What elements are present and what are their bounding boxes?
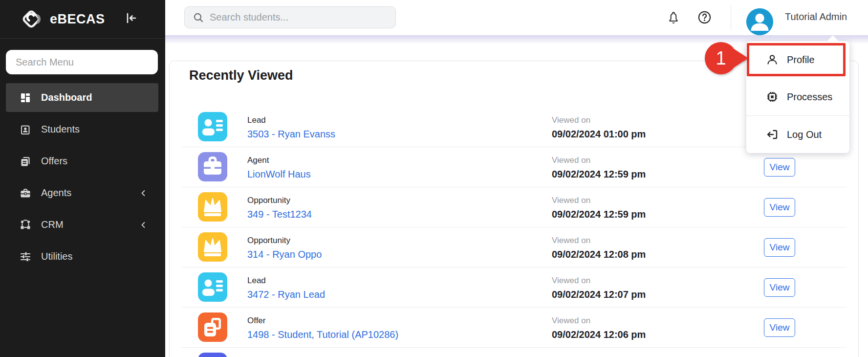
- viewed-date: 09/02/2024 12:07 pm: [552, 289, 646, 300]
- item-type: Agent: [247, 155, 311, 166]
- viewed-date: 09/02/2024 12:06 pm: [552, 329, 646, 340]
- sidebar-item-label: Offers: [41, 156, 67, 167]
- viewed-date: 09/02/2024 12:08 pm: [552, 248, 646, 260]
- user-avatar-icon[interactable]: [746, 8, 773, 35]
- sidebar-item-dashboard[interactable]: Dashboard: [6, 83, 158, 112]
- processes-chip-icon: [766, 90, 779, 103]
- offers-documents-icon: [20, 156, 31, 167]
- viewed-date: 09/02/2024 01:00 pm: [552, 128, 646, 140]
- menu-item-processes[interactable]: Processes: [746, 78, 849, 115]
- chevron-left-icon: [140, 190, 147, 197]
- menu-item-logout[interactable]: Log Out: [746, 116, 849, 153]
- chevron-left-icon: [140, 222, 147, 228]
- sidebar-header: eBECAS: [0, 0, 165, 39]
- view-button[interactable]: View: [764, 278, 795, 297]
- menu-item-label: Log Out: [787, 129, 822, 140]
- menu-item-label: Processes: [787, 91, 832, 103]
- agent-briefcase-icon: [198, 152, 227, 181]
- list-item: Opportunity 314 - Ryan Oppo Viewed on 09…: [170, 232, 858, 272]
- viewed-date: 09/02/2024 12:59 pm: [552, 208, 646, 220]
- menu-item-profile[interactable]: Profile: [746, 41, 849, 78]
- sidebar-search-input[interactable]: [6, 50, 158, 74]
- student-search: [184, 6, 396, 28]
- sidebar-search: [6, 50, 158, 74]
- item-type: Opportunity: [247, 195, 312, 206]
- menu-item-label: Profile: [787, 54, 815, 66]
- sidebar-item-label: Dashboard: [41, 92, 92, 103]
- dashboard-icon: [20, 92, 31, 104]
- view-button[interactable]: View: [764, 318, 795, 337]
- ebecas-diamond-logo-icon: [19, 6, 44, 32]
- sidebar-item-label: CRM: [41, 219, 64, 230]
- offer-documents-icon: [198, 312, 227, 342]
- sidebar-item-students[interactable]: Students: [6, 115, 158, 144]
- list-item: Agent LionWolf Haus Viewed on 09/02/2024…: [170, 152, 858, 192]
- topbar-divider: [731, 5, 731, 30]
- sidebar-item-label: Utilities: [41, 251, 72, 262]
- collapse-sidebar-icon[interactable]: [124, 11, 138, 25]
- sidebar-item-label: Agents: [41, 187, 71, 199]
- search-magnifier-icon: [193, 12, 204, 23]
- viewed-on-label: Viewed on: [552, 155, 646, 166]
- viewed-date: 09/02/2024 12:59 pm: [552, 168, 646, 180]
- annotation-step-balloon: 1: [704, 42, 749, 75]
- sidebar-item-crm[interactable]: CRM: [6, 210, 158, 239]
- lead-contact-icon: [198, 272, 227, 302]
- item-type: Lead: [247, 275, 325, 286]
- app-root: eBECAS Dashboard: [0, 0, 868, 357]
- item-link[interactable]: 1498 - Student, Tutorial (AP10286): [247, 329, 398, 340]
- viewed-on-label: Viewed on: [552, 115, 646, 126]
- sidebar-item-utilities[interactable]: Utilities: [6, 242, 158, 271]
- agents-briefcase-icon: [20, 187, 31, 199]
- user-name[interactable]: Tutorial Admin: [785, 11, 847, 22]
- opportunity-crown-icon: [198, 232, 227, 262]
- student-search-input[interactable]: [210, 12, 389, 23]
- item-link[interactable]: LionWolf Haus: [247, 168, 311, 180]
- sidebar-item-agents[interactable]: Agents: [6, 178, 158, 207]
- item-link[interactable]: 314 - Ryan Oppo: [247, 248, 322, 260]
- brand-title: eBECAS: [50, 12, 105, 27]
- viewed-on-label: Viewed on: [552, 235, 646, 246]
- sidebar: eBECAS Dashboard: [0, 0, 165, 357]
- topbar: Tutorial Admin: [165, 0, 868, 35]
- help-question-icon[interactable]: [697, 10, 712, 24]
- sidebar-nav: Dashboard Students Offers: [0, 83, 165, 271]
- lead-contact-icon: [198, 112, 227, 141]
- list-item-truncated: [170, 353, 858, 357]
- user-dropdown-menu: Profile Processes Log Out: [746, 41, 849, 153]
- crm-hub-icon: [20, 219, 31, 231]
- view-button[interactable]: View: [764, 238, 795, 257]
- viewed-on-label: Viewed on: [552, 315, 646, 326]
- item-link[interactable]: 349 - Test1234: [247, 208, 312, 220]
- item-type: Lead: [247, 115, 335, 126]
- profile-person-icon: [766, 53, 779, 66]
- truncated-row-icon: [198, 353, 227, 357]
- logout-exit-icon: [766, 128, 779, 141]
- sidebar-item-offers[interactable]: Offers: [6, 147, 158, 176]
- students-badge-icon: [20, 124, 31, 135]
- item-type: Opportunity: [247, 235, 322, 246]
- opportunity-crown-icon: [198, 192, 227, 222]
- viewed-on-label: Viewed on: [552, 195, 646, 206]
- annotation-step-number: 1: [716, 48, 726, 68]
- item-link[interactable]: 3472 - Ryan Lead: [247, 289, 325, 300]
- list-item: Opportunity 349 - Test1234 Viewed on 09/…: [170, 192, 858, 232]
- utilities-sliders-icon: [20, 251, 31, 263]
- view-button[interactable]: View: [764, 198, 795, 217]
- view-button[interactable]: View: [764, 158, 795, 177]
- list-item: Lead 3472 - Ryan Lead Viewed on 09/02/20…: [170, 272, 858, 312]
- sidebar-item-label: Students: [41, 124, 80, 135]
- item-link[interactable]: 3503 - Ryan Evanss: [247, 128, 335, 140]
- item-type: Offer: [247, 315, 398, 326]
- list-item: Offer 1498 - Student, Tutorial (AP10286)…: [170, 312, 858, 353]
- notifications-bell-icon[interactable]: [667, 10, 680, 25]
- viewed-on-label: Viewed on: [552, 275, 646, 286]
